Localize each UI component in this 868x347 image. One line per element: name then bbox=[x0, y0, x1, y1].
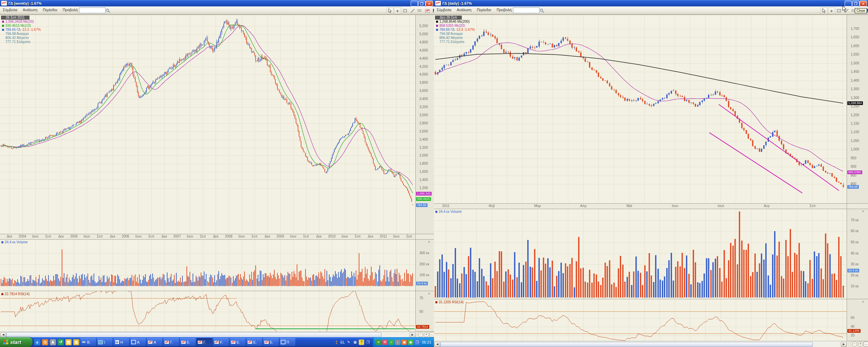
menu-item-Σύμβολα[interactable]: Σύμβολα bbox=[0, 6, 20, 12]
date-axis-label: Σεπ bbox=[808, 204, 817, 208]
zoom-in-button[interactable]: + bbox=[858, 342, 863, 347]
search-icon[interactable] bbox=[538, 7, 546, 14]
legend-text: 930.4615 Με(10) bbox=[5, 24, 31, 27]
date-axis-label: Ιουν bbox=[82, 234, 92, 238]
taskbar-button-F.[interactable]: F. bbox=[213, 338, 229, 346]
daily-chart-canvas[interactable] bbox=[434, 0, 868, 347]
monitor-eye-icon[interactable]: ◉ bbox=[408, 340, 413, 345]
date-axis-label: 2009 bbox=[276, 234, 285, 238]
symbol-search-input[interactable] bbox=[513, 7, 539, 13]
crosshair-icon[interactable]: + bbox=[394, 7, 401, 14]
save-icon[interactable] bbox=[431, 7, 434, 14]
explorer-folder-icon[interactable]: ▤ bbox=[65, 339, 72, 345]
rsi-pane-close-icon[interactable]: ✕ bbox=[861, 300, 865, 304]
price-axis-tick: 4,400 bbox=[419, 57, 428, 60]
zoom-out-button[interactable]: − bbox=[852, 342, 857, 347]
language-indicator[interactable]: EL bbox=[340, 340, 345, 344]
daily-legend: Δευ 26 Σεπ 1,268.8646 Με(200)868.5355 Με… bbox=[435, 16, 475, 44]
date-axis-label: 2006 bbox=[121, 234, 130, 238]
taskbar-button-E.[interactable]: E. bbox=[180, 338, 196, 346]
volume-pane-close-icon[interactable]: ✕ bbox=[427, 240, 431, 244]
menu-item-Σύμβολα[interactable]: Σύμβολα bbox=[434, 6, 454, 12]
menu-item-Προβολή[interactable]: Προβολή bbox=[60, 6, 80, 12]
legend-row: 777.71 Ελάχιστο bbox=[435, 40, 475, 44]
horizontal-scrollbar[interactable]: ◀▶ bbox=[434, 341, 847, 347]
scrollbar-thumb[interactable] bbox=[440, 342, 813, 347]
pen-icon[interactable]: ✎ bbox=[346, 340, 351, 345]
start-button[interactable]: start bbox=[0, 337, 33, 347]
scroll-left-arrow[interactable]: ◀ bbox=[434, 342, 440, 347]
legend-row: 1,268.8646 Με(200) bbox=[435, 20, 475, 24]
taskbar-button-E.[interactable]: E. bbox=[263, 338, 279, 346]
taskbar-button-I.[interactable]: I. bbox=[97, 338, 113, 346]
pointer-icon[interactable] bbox=[821, 7, 828, 14]
search-icon[interactable] bbox=[104, 7, 112, 14]
taskbar-button-H[interactable]: WH bbox=[114, 338, 129, 346]
help-icon[interactable]: ? bbox=[359, 340, 364, 345]
internet-explorer-icon[interactable]: e bbox=[34, 339, 40, 345]
menu-item-Ανάλυση[interactable]: Ανάλυση bbox=[454, 6, 474, 12]
rectangle-icon[interactable] bbox=[835, 7, 843, 14]
scroll-right-arrow[interactable]: ▶ bbox=[410, 332, 415, 337]
minimize-button[interactable]: _ bbox=[411, 1, 418, 6]
antivirus-icon[interactable]: ✕ bbox=[376, 340, 381, 345]
crosshair-icon[interactable]: + bbox=[828, 7, 835, 14]
menu-item-Ανάλυση[interactable]: Ανάλυση bbox=[20, 6, 40, 12]
daily-titlebar[interactable]: ΓΔ [daily] -1.67% _ ❐ × bbox=[434, 0, 868, 6]
card-reader-icon[interactable]: ▣ bbox=[401, 340, 407, 345]
close-button[interactable]: × bbox=[860, 1, 867, 6]
windows-stack-icon[interactable]: ❐ bbox=[414, 340, 420, 345]
scroll-left-arrow[interactable]: ◀ bbox=[0, 332, 6, 337]
window-switch-icon[interactable]: ❐ bbox=[365, 340, 371, 345]
weekly-titlebar[interactable]: ΓΔ [weekly] -1.67% _ ❐ × bbox=[0, 0, 434, 6]
legend-row: 930.4615 Με(10) bbox=[1, 24, 41, 28]
volume-axis-tick: 20 εκ bbox=[851, 273, 859, 277]
menu-item-Προβολή[interactable]: Προβολή bbox=[494, 6, 514, 12]
trendline-icon[interactable] bbox=[409, 7, 416, 14]
fit-width-button[interactable]: ↔ bbox=[430, 332, 434, 337]
restore-button[interactable]: ❐ bbox=[852, 1, 860, 6]
date-axis-label: Δεκ bbox=[56, 234, 66, 238]
taskbar-button-A[interactable]: A bbox=[130, 338, 146, 346]
date-axis-label: Δεκ bbox=[108, 234, 117, 238]
legend-marker bbox=[436, 21, 438, 23]
taskbar-button-E.[interactable]: E. bbox=[230, 338, 245, 346]
update-icon[interactable]: ✓ bbox=[389, 340, 394, 345]
legend-marker bbox=[2, 21, 4, 23]
zoom-in-button[interactable]: + bbox=[424, 332, 429, 337]
network-globe-icon[interactable]: ↺ bbox=[58, 339, 64, 345]
symbol-search-input[interactable] bbox=[79, 7, 105, 13]
messenger-icon[interactable]: ♟ bbox=[50, 339, 56, 345]
pointer-icon[interactable] bbox=[387, 7, 394, 14]
rsi-pane-label: 31.1205 RSI(14) bbox=[435, 300, 463, 304]
scheduler-icon[interactable]: ◷ bbox=[42, 339, 48, 345]
audio-icon[interactable]: ♪ bbox=[395, 340, 400, 345]
shared-folder-icon[interactable]: ▥ bbox=[73, 339, 79, 345]
taskbar-button-A[interactable]: A bbox=[147, 338, 162, 346]
price-tag: 1,066.342 bbox=[416, 192, 432, 196]
taskbar-button-Γ.[interactable]: Γ. bbox=[197, 338, 212, 346]
weekly-chart-canvas[interactable] bbox=[0, 0, 434, 337]
fit-width-button[interactable]: ↔ bbox=[864, 342, 868, 347]
dots-icon[interactable] bbox=[416, 7, 423, 14]
menu-item-Περίοδοι[interactable]: Περίοδοι bbox=[40, 6, 60, 12]
tablet-icon[interactable]: ▦ bbox=[352, 340, 358, 345]
taskbar-button-Π[interactable]: Π bbox=[280, 338, 295, 346]
taskbar-chevrons[interactable]: ▲▼ bbox=[335, 340, 338, 345]
close-button[interactable]: × bbox=[426, 1, 433, 6]
taskbar-button-B.[interactable]: B. bbox=[80, 338, 96, 346]
taskbar-button-E.[interactable]: E. bbox=[246, 338, 262, 346]
rectangle-icon[interactable] bbox=[401, 7, 409, 14]
taskbar-button-Γ.[interactable]: Γ. bbox=[163, 338, 179, 346]
horizontal-scrollbar[interactable]: ◀▶ bbox=[0, 331, 415, 337]
scrollbar-thumb[interactable] bbox=[6, 332, 381, 337]
scroll-right-arrow[interactable]: ▶ bbox=[841, 342, 847, 347]
restore-button[interactable]: ❐ bbox=[418, 1, 426, 6]
menu-item-Περίοδοι[interactable]: Περίοδοι bbox=[474, 6, 494, 12]
mail-icon[interactable]: M bbox=[382, 340, 388, 345]
chart-icon[interactable] bbox=[424, 7, 431, 14]
volume-pane-close-icon[interactable]: ✕ bbox=[861, 210, 865, 213]
rsi-pane-close-icon[interactable]: ✕ bbox=[427, 292, 431, 296]
zoom-out-button[interactable]: − bbox=[418, 332, 423, 337]
legend-marker bbox=[2, 29, 4, 31]
